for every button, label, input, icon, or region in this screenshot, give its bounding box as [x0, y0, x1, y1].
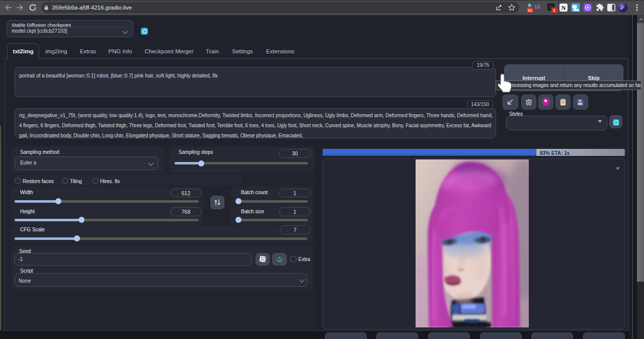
svg-text:21: 21	[528, 8, 532, 13]
svg-text:N: N	[561, 5, 566, 12]
svg-text:1: 1	[553, 8, 555, 13]
